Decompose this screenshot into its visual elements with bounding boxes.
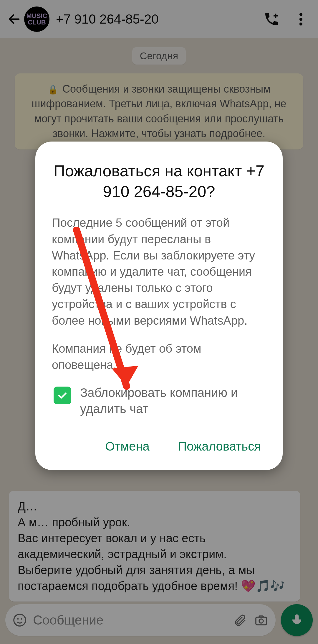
dialog-body-p1: Последние 5 сообщений от этой компании б… xyxy=(52,215,266,328)
cancel-button[interactable]: Отмена xyxy=(103,435,152,458)
dialog-actions: Отмена Пожаловаться xyxy=(52,435,266,458)
block-checkbox-label: Заблокировать компанию и удалить чат xyxy=(80,385,266,417)
report-button[interactable]: Пожаловаться xyxy=(175,435,263,458)
dialog-body-p2: Компания не будет об этом оповещена. xyxy=(52,341,266,373)
report-dialog: Пожаловаться на контакт +7 910 264-85-20… xyxy=(35,142,283,470)
block-checkbox-row[interactable]: Заблокировать компанию и удалить чат xyxy=(54,385,266,417)
dialog-title: Пожаловаться на контакт +7 910 264-85-20… xyxy=(52,160,266,202)
app-screen: MUSIC CLUB +7 910 264-85-20 Сегодня 🔒 Со… xyxy=(0,0,318,644)
block-checkbox[interactable] xyxy=(54,387,71,404)
dialog-body: Последние 5 сообщений от этой компании б… xyxy=(52,215,266,373)
